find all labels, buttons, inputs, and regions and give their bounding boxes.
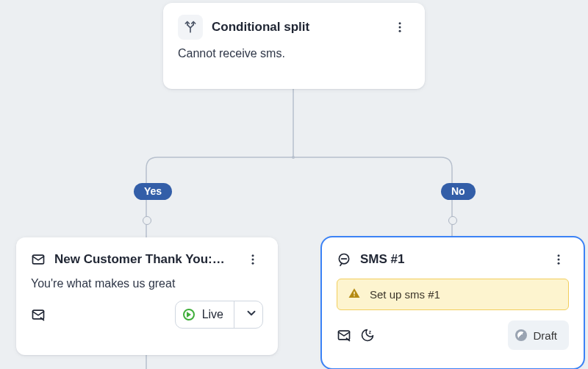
chevron-down-icon: [245, 307, 258, 323]
branch-junction-no: [448, 216, 457, 225]
status-chip-draft[interactable]: Draft: [508, 320, 569, 350]
node-menu-button[interactable]: [243, 249, 263, 270]
node-conditional-split[interactable]: Conditional split Cannot receive sms.: [163, 3, 425, 89]
node-email[interactable]: New Customer Thank You:… You're what mak…: [16, 237, 278, 355]
status-dropdown[interactable]: Live: [175, 301, 263, 329]
warning-icon: [348, 287, 361, 302]
node-description: Cannot receive sms.: [178, 47, 410, 60]
svg-point-10: [558, 254, 560, 257]
branch-label-no: No: [441, 183, 476, 200]
smart-send-icon: [31, 307, 46, 322]
smart-send-icon: [337, 328, 351, 343]
svg-rect-14: [354, 295, 355, 297]
svg-point-0: [292, 156, 295, 159]
node-sms[interactable]: SMS #1 Set up sms #1 z Draft: [322, 237, 584, 368]
status-label: Draft: [533, 329, 557, 342]
svg-rect-13: [354, 292, 355, 295]
svg-point-7: [252, 262, 254, 265]
svg-point-5: [252, 254, 254, 257]
warning-text: Set up sms #1: [370, 288, 440, 301]
node-title: New Customer Thank You:…: [54, 252, 234, 267]
svg-point-12: [558, 262, 560, 265]
setup-sms-warning[interactable]: Set up sms #1: [337, 279, 569, 310]
sms-icon: [337, 252, 351, 267]
svg-point-6: [252, 259, 254, 261]
node-title: Conditional split: [212, 20, 381, 35]
email-icon: [31, 252, 46, 267]
quiet-hours-icon: z: [360, 328, 375, 343]
draft-status-icon: [515, 329, 527, 341]
node-title: SMS #1: [360, 252, 539, 267]
node-menu-button[interactable]: [390, 17, 410, 37]
svg-point-2: [399, 26, 401, 29]
live-status-icon: [183, 309, 195, 320]
branch-label-yes: Yes: [134, 183, 172, 200]
status-label: Live: [202, 308, 223, 321]
branch-junction-yes: [143, 216, 151, 225]
svg-point-1: [399, 22, 401, 24]
node-body: You're what makes us great: [31, 277, 263, 290]
node-menu-button[interactable]: [548, 249, 569, 270]
branch-split-icon: [178, 15, 203, 40]
svg-text:z: z: [369, 329, 372, 334]
svg-point-3: [399, 30, 401, 32]
svg-point-11: [558, 259, 560, 261]
